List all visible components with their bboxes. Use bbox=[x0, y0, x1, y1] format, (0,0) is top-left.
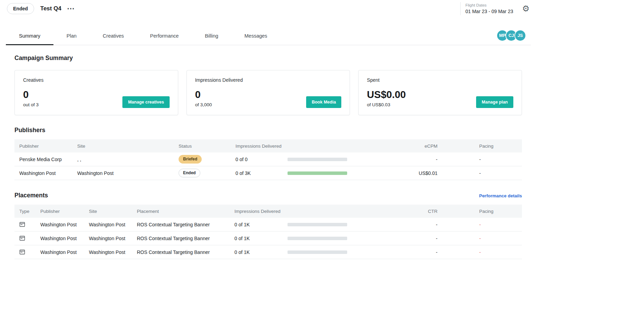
progress-bar bbox=[288, 171, 347, 175]
pacing-value: - bbox=[444, 236, 522, 241]
performance-details-link[interactable]: Performance details bbox=[479, 193, 522, 198]
site-name: Washington Post bbox=[77, 170, 179, 176]
ctr-value: - bbox=[362, 222, 444, 227]
column-header-type: Type bbox=[14, 209, 40, 214]
banner-icon bbox=[19, 249, 25, 255]
table-row: Washington Post Washington Post Ended 0 … bbox=[14, 166, 522, 180]
column-header-publisher: Publisher bbox=[40, 209, 89, 214]
publisher-name: Penske Media Corp bbox=[14, 157, 77, 162]
ctr-value: - bbox=[362, 249, 444, 255]
campaign-summary-heading: Campaign Summary bbox=[14, 55, 522, 62]
type-cell bbox=[14, 235, 40, 241]
publishers-heading: Publishers bbox=[14, 127, 522, 134]
tab-creatives[interactable]: Creatives bbox=[90, 28, 137, 45]
column-header-site: Site bbox=[89, 209, 137, 214]
flight-dates: Flight Dates 01 Mar 23 - 09 Mar 23 bbox=[460, 2, 513, 15]
publisher-name: Washington Post bbox=[40, 222, 89, 227]
progress-cell bbox=[288, 171, 362, 175]
team-avatars: MP CJ JS bbox=[496, 30, 526, 41]
impressions-value: 0 of 1K bbox=[234, 222, 288, 227]
status-cell: Briefed bbox=[179, 155, 235, 163]
column-header-status: Status bbox=[179, 144, 235, 149]
pacing-value: - bbox=[444, 170, 522, 176]
card-label: Creatives bbox=[23, 77, 170, 83]
site-name: Washington Post bbox=[89, 249, 137, 255]
progress-cell bbox=[288, 223, 362, 226]
column-header-site: Site bbox=[77, 144, 179, 149]
impressions-value: 0 of 3K bbox=[235, 170, 288, 176]
column-header-pacing: Pacing bbox=[444, 209, 522, 214]
progress-bar bbox=[288, 250, 347, 254]
manage-plan-button[interactable]: Manage plan bbox=[476, 96, 513, 108]
placements-table-header: Type Publisher Site Placement Impression… bbox=[14, 205, 522, 218]
campaign-page: Ended Test Q4 ⋯ Flight Dates 01 Mar 23 -… bbox=[0, 0, 536, 259]
tab-bar: Summary Plan Creatives Performance Billi… bbox=[6, 28, 531, 45]
placements-section: Placements Performance details Type Publ… bbox=[14, 192, 522, 259]
table-row: Penske Media Corp , , Briefed 0 of 0 - - bbox=[14, 152, 522, 166]
more-options-button[interactable]: ⋯ bbox=[67, 5, 74, 12]
placement-name: ROS Contextual Targeting Banner bbox=[137, 249, 234, 255]
card-label: Spent bbox=[367, 77, 513, 83]
publisher-name: Washington Post bbox=[40, 249, 89, 255]
progress-cell bbox=[288, 250, 362, 254]
pacing-value: - bbox=[444, 157, 522, 162]
status-cell: Ended bbox=[179, 169, 235, 177]
tab-messages[interactable]: Messages bbox=[231, 28, 280, 45]
column-header-ecpm: eCPM bbox=[362, 144, 444, 149]
creatives-card: Creatives 0 out of 3 Manage creatives bbox=[14, 70, 178, 115]
placements-heading-row: Placements Performance details bbox=[14, 192, 522, 199]
book-media-button[interactable]: Book Media bbox=[306, 96, 341, 108]
impressions-value: 0 of 1K bbox=[234, 249, 288, 255]
type-cell bbox=[14, 249, 40, 255]
tab-billing[interactable]: Billing bbox=[192, 28, 231, 45]
column-header-impressions: Impressions Delivered bbox=[234, 209, 288, 214]
tab-summary[interactable]: Summary bbox=[6, 28, 53, 45]
table-row: Washington Post Washington Post ROS Cont… bbox=[14, 232, 522, 245]
pacing-value: - bbox=[444, 222, 522, 227]
tab-performance[interactable]: Performance bbox=[137, 28, 192, 45]
pacing-value: - bbox=[444, 249, 522, 255]
gear-icon: ⚙ bbox=[522, 4, 530, 13]
site-name: Washington Post bbox=[89, 236, 137, 241]
placements-table: Type Publisher Site Placement Impression… bbox=[14, 205, 522, 259]
campaign-summary-section: Campaign Summary Creatives 0 out of 3 Ma… bbox=[14, 55, 522, 115]
card-label: Impressions Delivered bbox=[195, 77, 342, 83]
summary-cards: Creatives 0 out of 3 Manage creatives Im… bbox=[14, 70, 522, 115]
top-bar: Ended Test Q4 ⋯ Flight Dates 01 Mar 23 -… bbox=[0, 0, 536, 17]
settings-button[interactable]: ⚙ bbox=[522, 4, 530, 13]
impressions-value: 0 of 1K bbox=[234, 236, 288, 241]
progress-cell bbox=[288, 237, 362, 240]
banner-icon bbox=[19, 235, 25, 241]
column-header-ctr: CTR bbox=[362, 209, 444, 214]
ctr-value: - bbox=[362, 236, 444, 241]
table-row: Washington Post Washington Post ROS Cont… bbox=[14, 218, 522, 232]
progress-cell bbox=[288, 158, 362, 161]
column-header-pacing: Pacing bbox=[444, 144, 522, 149]
publisher-name: Washington Post bbox=[40, 236, 89, 241]
flight-dates-value: 01 Mar 23 - 09 Mar 23 bbox=[465, 9, 513, 14]
tab-plan[interactable]: Plan bbox=[53, 28, 90, 45]
publishers-section: Publishers Publisher Site Status Impress… bbox=[14, 127, 522, 180]
impressions-value: 0 of 0 bbox=[235, 157, 288, 162]
manage-creatives-button[interactable]: Manage creatives bbox=[122, 96, 169, 108]
avatar[interactable]: JS bbox=[514, 30, 526, 41]
campaign-status-badge: Ended bbox=[7, 3, 34, 14]
campaign-title: Test Q4 bbox=[40, 5, 61, 12]
table-row: Washington Post Washington Post ROS Cont… bbox=[14, 245, 522, 259]
progress-bar-fill bbox=[288, 171, 347, 175]
publisher-name: Washington Post bbox=[14, 170, 77, 176]
ellipsis-icon: ⋯ bbox=[67, 4, 74, 13]
column-header-impressions: Impressions Delivered bbox=[235, 144, 288, 149]
top-bar-right: Flight Dates 01 Mar 23 - 09 Mar 23 ⚙ bbox=[460, 2, 530, 15]
ecpm-value: - bbox=[362, 157, 444, 162]
column-header-publisher: Publisher bbox=[14, 144, 77, 149]
progress-bar bbox=[288, 158, 347, 161]
status-badge: Ended bbox=[179, 169, 200, 177]
ecpm-value: US$0.01 bbox=[362, 170, 444, 176]
banner-icon bbox=[19, 222, 25, 227]
placement-name: ROS Contextual Targeting Banner bbox=[137, 236, 234, 241]
spent-card: Spent US$0.00 of US$0.03 Manage plan bbox=[358, 70, 522, 115]
flight-dates-label: Flight Dates bbox=[465, 3, 513, 7]
site-name: Washington Post bbox=[89, 222, 137, 227]
progress-bar bbox=[288, 237, 347, 240]
